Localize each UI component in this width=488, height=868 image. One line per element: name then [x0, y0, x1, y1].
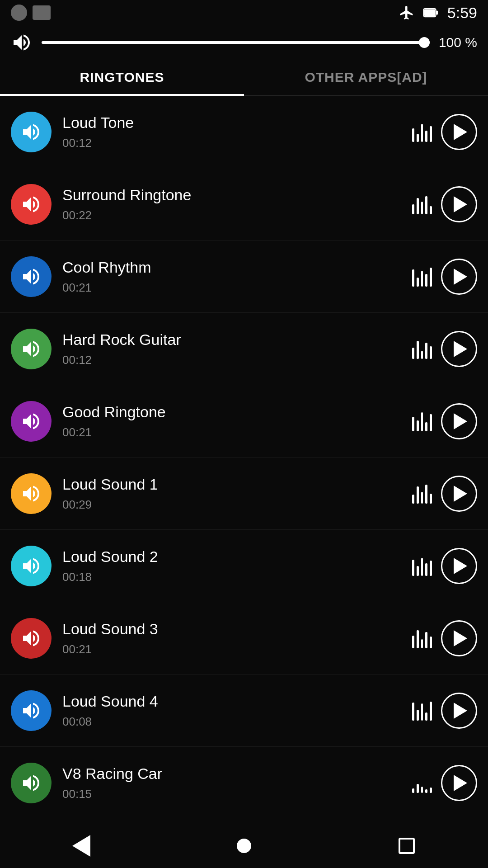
tab-ringtones[interactable]: RINGTONES: [0, 60, 244, 95]
home-button[interactable]: [226, 828, 262, 864]
ringtone-actions: [412, 403, 477, 439]
bar: [425, 131, 427, 142]
avatar: [11, 329, 52, 369]
play-button[interactable]: [441, 186, 477, 222]
ringtone-actions: [412, 259, 477, 295]
status-left: [11, 5, 51, 21]
audio-bars-icon: [412, 122, 432, 142]
avatar: [11, 256, 52, 297]
avatar: [11, 473, 52, 514]
bar: [430, 206, 432, 214]
ringtone-name: Cool Rhythm: [62, 259, 401, 276]
bar: [417, 198, 419, 214]
ringtone-info: Loud Tone 00:12: [62, 114, 401, 150]
list-item: Loud Sound 2 00:18: [0, 530, 488, 602]
play-icon: [454, 558, 467, 574]
bar: [417, 341, 419, 359]
tabs-container: RINGTONES OTHER APPS[AD]: [0, 60, 488, 96]
bar: [425, 343, 427, 359]
play-button[interactable]: [441, 114, 477, 150]
audio-bars-icon: [412, 628, 432, 648]
bar: [412, 636, 414, 648]
list-item: Loud Sound 1 00:29: [0, 458, 488, 530]
bar: [430, 788, 432, 793]
audio-bars-icon: [412, 339, 432, 359]
ringtone-info: Surround Ringtone 00:22: [62, 186, 401, 222]
ringtone-actions: [412, 693, 477, 729]
ringtone-duration: 00:22: [62, 208, 401, 222]
play-button[interactable]: [441, 403, 477, 439]
bar: [425, 422, 427, 431]
bar: [425, 712, 427, 721]
ringtone-duration: 00:18: [62, 570, 401, 584]
recent-button[interactable]: [389, 828, 425, 864]
ringtone-duration: 00:21: [62, 281, 401, 295]
ringtone-actions: [412, 476, 477, 512]
avatar: [11, 546, 52, 586]
volume-thumb[interactable]: [419, 37, 430, 48]
bar: [417, 278, 419, 287]
volume-slider[interactable]: [42, 41, 430, 44]
home-icon: [237, 839, 251, 853]
bar: [417, 566, 419, 576]
play-button[interactable]: [441, 259, 477, 295]
bar: [417, 134, 419, 142]
ringtone-duration: 00:08: [62, 715, 401, 729]
ringtone-duration: 00:29: [62, 498, 401, 512]
bar: [412, 417, 414, 431]
ringtone-name: Surround Ringtone: [62, 186, 401, 204]
volume-percent: 100 %: [439, 35, 477, 50]
bar: [412, 269, 414, 287]
play-button[interactable]: [441, 693, 477, 729]
bar: [425, 274, 427, 287]
bar: [430, 494, 432, 504]
list-item: Loud Tone 00:12: [0, 96, 488, 168]
bar: [412, 788, 414, 793]
list-item: Loud Sound 3 00:21: [0, 602, 488, 675]
bar: [430, 561, 432, 576]
audio-bars-icon: [412, 194, 432, 214]
ringtone-name: Loud Tone: [62, 114, 401, 132]
ringtone-duration: 00:12: [62, 353, 401, 367]
list-item: Good Ringtone 00:21: [0, 385, 488, 458]
ringtone-info: Loud Sound 1 00:29: [62, 476, 401, 512]
ringtone-name: Loud Sound 3: [62, 620, 401, 638]
bar: [421, 492, 423, 504]
audio-bars-icon: [412, 701, 432, 721]
bar: [421, 639, 423, 648]
avatar: [11, 401, 52, 442]
play-button[interactable]: [441, 620, 477, 656]
ringtone-info: Loud Sound 3 00:21: [62, 620, 401, 656]
ringtone-info: Loud Sound 4 00:08: [62, 693, 401, 729]
play-icon: [454, 775, 467, 791]
audio-bars-icon: [412, 411, 432, 431]
ringtone-info: V8 Racing Car 00:15: [62, 765, 401, 801]
ringtone-info: Hard Rock Guitar 00:12: [62, 331, 401, 367]
volume-track: [42, 41, 430, 44]
ringtone-actions: [412, 114, 477, 150]
bar: [430, 346, 432, 359]
bar: [425, 789, 427, 793]
play-button[interactable]: [441, 331, 477, 367]
back-button[interactable]: [63, 828, 99, 864]
volume-bar: 100 %: [0, 25, 488, 60]
play-icon: [454, 124, 467, 140]
play-button[interactable]: [441, 476, 477, 512]
svg-rect-1: [424, 9, 435, 16]
play-button[interactable]: [441, 548, 477, 584]
bar: [412, 348, 414, 359]
bar: [430, 637, 432, 648]
bar: [430, 268, 432, 287]
ringtone-name: Loud Sound 1: [62, 476, 401, 493]
ringtone-info: Loud Sound 2 00:18: [62, 548, 401, 584]
bar: [421, 703, 423, 721]
ringtone-name: Hard Rock Guitar: [62, 331, 401, 349]
bar: [412, 560, 414, 576]
ringtone-duration: 00:21: [62, 642, 401, 656]
ringtone-name: V8 Racing Car: [62, 765, 401, 783]
bar: [425, 563, 427, 576]
volume-fill: [42, 41, 430, 44]
tab-other-apps[interactable]: OTHER APPS[AD]: [244, 60, 488, 95]
play-button[interactable]: [441, 765, 477, 801]
audio-bars-icon: [412, 556, 432, 576]
